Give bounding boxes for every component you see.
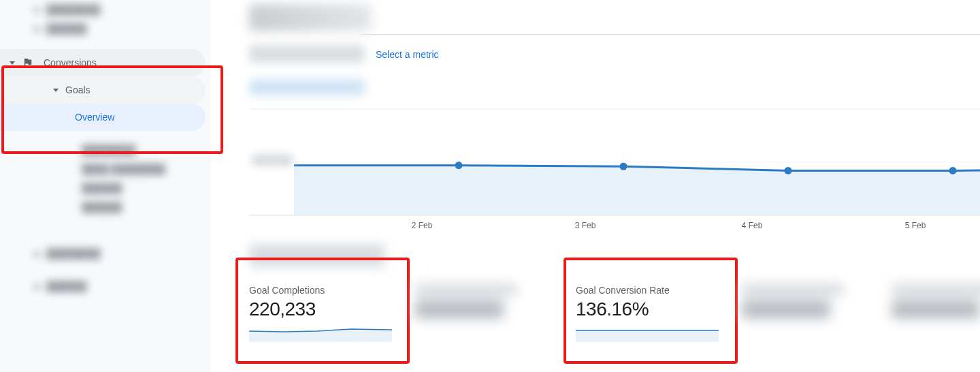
svg-point-4 bbox=[620, 163, 627, 170]
metric-goal-conversion-rate[interactable]: Goal Conversion Rate 136.16% bbox=[576, 285, 719, 345]
sidebar-item-blurred: ████████ bbox=[0, 244, 211, 263]
sidebar-item-blurred: ██████ bbox=[0, 19, 211, 38]
svg-point-3 bbox=[455, 161, 463, 169]
chart-svg bbox=[249, 95, 980, 236]
divider bbox=[361, 34, 980, 35]
metric-value: 136.16% bbox=[576, 298, 719, 320]
main-content: Select a metric 2 Feb 3 Feb 4 Feb 5 Feb … bbox=[211, 0, 980, 372]
metric-title: Goal Completions bbox=[249, 285, 392, 296]
flag-icon bbox=[22, 57, 34, 69]
x-tick: 4 Feb bbox=[742, 221, 763, 230]
metric-goal-completions[interactable]: Goal Completions 220,233 bbox=[249, 285, 392, 345]
sidebar-label-goals: Goals bbox=[65, 84, 91, 95]
metric-value: 220,233 bbox=[249, 298, 392, 320]
sparkline bbox=[249, 324, 392, 342]
sidebar-item-blurred: ██████ bbox=[0, 179, 211, 198]
sidebar-item-blurred: ████████ bbox=[0, 140, 211, 159]
sidebar-item-blurred: ████████ bbox=[0, 0, 211, 19]
metric-blurred bbox=[415, 285, 517, 319]
sidebar-group-conversions: Conversions Goals Overview bbox=[0, 49, 211, 131]
page-title-blurred bbox=[249, 4, 372, 31]
sidebar-item-blurred: ████ ████████ bbox=[0, 159, 211, 179]
app-root: ████████ ██████ Conversions Goals Overvi… bbox=[0, 0, 980, 372]
metric-blurred bbox=[892, 285, 980, 319]
sidebar-item-overview[interactable]: Overview bbox=[0, 104, 206, 131]
caret-down-icon bbox=[10, 61, 15, 65]
x-tick: 2 Feb bbox=[412, 221, 433, 230]
y-tick-blurred bbox=[252, 154, 293, 166]
metric-selector-blurred bbox=[249, 45, 365, 63]
sidebar-label-overview: Overview bbox=[75, 112, 114, 123]
legend-blurred bbox=[249, 79, 365, 95]
sidebar-item-conversions[interactable]: Conversions bbox=[0, 49, 206, 76]
sidebar-label-conversions: Conversions bbox=[44, 57, 97, 68]
metric-title: Goal Conversion Rate bbox=[576, 285, 719, 296]
sparkline bbox=[576, 324, 719, 342]
caret-down-icon bbox=[53, 89, 59, 92]
sidebar-item-goals[interactable]: Goals bbox=[0, 76, 206, 104]
line-chart bbox=[249, 95, 980, 236]
sidebar-item-blurred: ██████ bbox=[0, 277, 211, 296]
x-tick: 3 Feb bbox=[575, 221, 596, 230]
svg-point-5 bbox=[785, 167, 792, 174]
svg-point-6 bbox=[949, 167, 957, 174]
sidebar: ████████ ██████ Conversions Goals Overvi… bbox=[0, 0, 211, 372]
x-tick: 5 Feb bbox=[905, 221, 926, 230]
select-metric-link[interactable]: Select a metric bbox=[376, 49, 439, 60]
metric-blurred bbox=[742, 285, 844, 319]
sidebar-item-blurred: ██████ bbox=[0, 198, 211, 217]
dropdown-blurred bbox=[249, 244, 385, 267]
